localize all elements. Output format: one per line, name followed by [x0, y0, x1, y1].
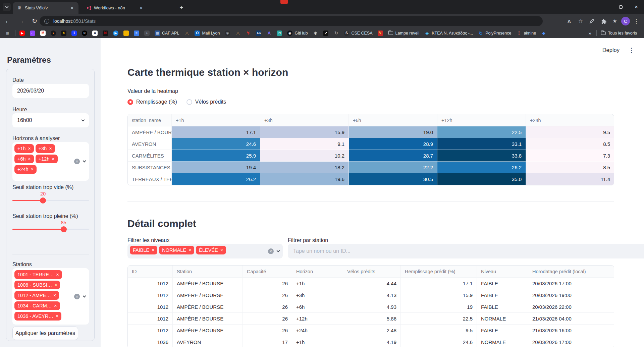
bookmark-outlook[interactable]: OMail Lyon: [193, 30, 221, 37]
table-cell[interactable]: +3h: [292, 289, 343, 301]
heatmap-cell[interactable]: 33.8: [437, 150, 526, 162]
heatmap-cell[interactable]: 8.5: [526, 138, 614, 150]
heatmap-cell[interactable]: 33.1: [437, 138, 526, 150]
bookmark-ktel[interactable]: ◈ΚΤΕΛ Ν. Λευκάδας -...: [423, 30, 474, 37]
heatmap-cell[interactable]: 15.9: [260, 126, 349, 138]
bookmark-item[interactable]: ▦: [3, 30, 11, 37]
table-cell[interactable]: 1012: [128, 313, 173, 325]
horizon-tag[interactable]: +12h×: [36, 155, 58, 163]
heatmap-cell[interactable]: 19.4: [172, 162, 260, 173]
detail-column-header[interactable]: ID: [128, 266, 173, 278]
bookmark-item[interactable]: [122, 30, 130, 37]
bookmark-item[interactable]: M: [39, 30, 47, 37]
tag-remove-icon[interactable]: ×: [189, 248, 191, 252]
tab-search-button[interactable]: [3, 3, 11, 11]
heatmap-cell[interactable]: 22.2: [349, 162, 437, 173]
station-tag[interactable]: 1034 - CARM…×: [14, 301, 60, 310]
heatmap-cell[interactable]: 25.9: [172, 150, 260, 162]
detail-column-header[interactable]: Remplissage prédit (%): [401, 266, 477, 278]
heatmap-cell[interactable]: 26.2: [172, 173, 260, 185]
window-minimize-button[interactable]: [598, 0, 613, 14]
table-cell[interactable]: 1036: [128, 336, 173, 347]
bookmark-item[interactable]: △: [183, 30, 191, 37]
station-tag[interactable]: 1006 - SUBSI…×: [14, 281, 60, 289]
table-cell[interactable]: 17.1: [401, 278, 477, 289]
table-cell[interactable]: AMPÈRE / BOURSE: [173, 301, 243, 313]
table-cell[interactable]: 17: [243, 336, 292, 347]
horizon-tag[interactable]: +3h×: [36, 144, 55, 153]
heatmap-row-label[interactable]: TERREAUX / TERME: [128, 173, 172, 185]
detail-column-header[interactable]: Horizon: [292, 266, 343, 278]
heatmap-column-header[interactable]: +12h: [437, 114, 526, 126]
clear-all-icon[interactable]: ×: [74, 159, 80, 164]
tab-n8n[interactable]: Workflows - n8n ×: [82, 2, 148, 14]
bookmark-cse-cesa[interactable]: SCSE CESA: [342, 30, 374, 37]
bookmark-item[interactable]: ◘: [275, 30, 283, 37]
table-cell[interactable]: 26: [243, 289, 292, 301]
bookmarks-overflow-button[interactable]: »: [587, 29, 593, 37]
empty-threshold-slider[interactable]: 20: [12, 191, 89, 205]
extension-star-icon[interactable]: ★: [610, 16, 620, 26]
table-cell[interactable]: 15.9: [401, 289, 477, 301]
radio-selected-icon[interactable]: [127, 99, 133, 105]
bookmark-item[interactable]: ∗: [311, 30, 319, 37]
bookmark-item[interactable]: V: [376, 30, 384, 37]
bookmark-item[interactable]: Am: [255, 30, 263, 37]
tag-remove-icon[interactable]: ×: [28, 146, 31, 151]
heatmap-cell[interactable]: 19.0: [349, 126, 437, 138]
bookmark-item[interactable]: ◉: [223, 30, 231, 37]
detail-column-header[interactable]: Vélos prédits: [343, 266, 401, 278]
table-cell[interactable]: FAIBLE: [477, 325, 528, 336]
tag-remove-icon[interactable]: ×: [54, 303, 57, 308]
bookmark-item[interactable]: ⌐: [29, 30, 37, 37]
bookmark-item[interactable]: N: [101, 30, 109, 37]
table-cell[interactable]: 22.5: [401, 313, 477, 325]
heatmap-column-header[interactable]: +24h: [526, 114, 614, 126]
heatmap-row-label[interactable]: CARMÉLITES: [128, 150, 172, 162]
table-cell[interactable]: NORMALE: [477, 313, 528, 325]
table-cell[interactable]: 19: [401, 301, 477, 313]
bookmark-item[interactable]: ≡: [132, 30, 141, 37]
window-maximize-button[interactable]: [613, 0, 629, 14]
app-menu-kebab-icon[interactable]: ⋮: [628, 46, 635, 54]
table-cell[interactable]: FAIBLE: [477, 301, 528, 313]
bookmark-item[interactable]: +: [143, 30, 151, 37]
heatmap-cell[interactable]: 11.4: [526, 173, 614, 185]
detail-column-header[interactable]: Station: [173, 266, 243, 278]
horizon-tag[interactable]: +24h×: [14, 165, 37, 174]
chevron-down-icon[interactable]: [277, 249, 280, 252]
table-cell[interactable]: 2.48: [343, 325, 401, 336]
extensions-puzzle-icon[interactable]: [598, 16, 608, 26]
stations-multiselect[interactable]: 1001 - TERRE…×1006 - SUBSI…×1012 - AMPÈ……: [12, 268, 89, 325]
heatmap-table[interactable]: station_name+1h+3h+6h+12h+24hAMPÈRE / BO…: [127, 114, 614, 185]
table-cell[interactable]: AMPÈRE / BOURSE: [173, 313, 243, 325]
level-tag[interactable]: NORMALE×: [159, 246, 194, 254]
station-tag[interactable]: 1001 - TERRE…×: [14, 270, 62, 279]
table-cell[interactable]: AMPÈRE / BOURSE: [173, 325, 243, 336]
heatmap-cell[interactable]: 8.5: [526, 162, 614, 173]
tag-remove-icon[interactable]: ×: [52, 157, 54, 161]
profile-avatar[interactable]: C: [621, 17, 630, 25]
address-bar[interactable]: i localhost:8501/Stats: [40, 16, 543, 26]
heatmap-cell[interactable]: 7.3: [526, 150, 614, 162]
table-cell[interactable]: 20/03/2026 22:00: [528, 301, 614, 313]
heatmap-row-label[interactable]: AMPÈRE / BOURSE: [128, 126, 172, 138]
table-cell[interactable]: 4.93: [343, 301, 401, 313]
table-cell[interactable]: 20/03/2026 17:00: [528, 336, 614, 347]
table-cell[interactable]: 4.13: [343, 289, 401, 301]
heatmap-cell[interactable]: 28.7: [349, 150, 437, 162]
heatmap-cell[interactable]: 26.2: [437, 162, 526, 173]
table-cell[interactable]: NORMALE: [477, 336, 528, 347]
heatmap-row-label[interactable]: SUBSISTANCES: [128, 162, 172, 173]
table-cell[interactable]: 1012: [128, 325, 173, 336]
slider-thumb[interactable]: [61, 226, 67, 232]
table-cell[interactable]: 9.5: [401, 325, 477, 336]
tab-stats-velov[interactable]: ♛ Stats Vélo'v ×: [13, 2, 78, 14]
table-cell[interactable]: +1h: [292, 278, 343, 289]
pen-extension-icon[interactable]: [587, 16, 597, 26]
bookmark-item[interactable]: ↗: [322, 30, 330, 37]
table-cell[interactable]: AMPÈRE / BOURSE: [173, 278, 243, 289]
tag-remove-icon[interactable]: ×: [152, 248, 154, 252]
table-cell[interactable]: 21/03/2026 16:00: [528, 325, 614, 336]
bookmark-item[interactable]: ◖: [49, 30, 57, 37]
